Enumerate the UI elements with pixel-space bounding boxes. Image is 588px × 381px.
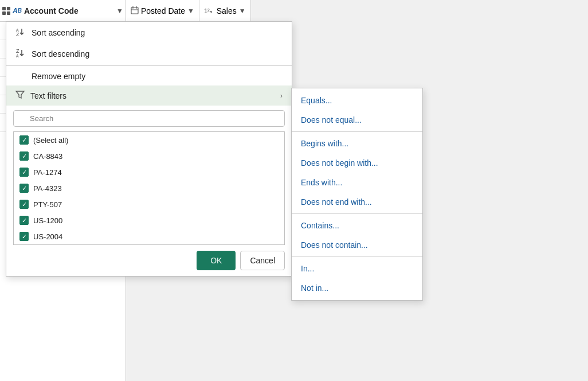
submenu-sep-3 [292, 256, 422, 257]
checkbox-pa-1274[interactable]: ✓ PA-1274 [14, 164, 284, 180]
svg-rect-4 [131, 7, 138, 14]
remove-empty-item[interactable]: Remove empty [6, 67, 292, 85]
submenu-arrow: › [280, 92, 283, 100]
menu-footer: OK Cancel [6, 245, 292, 276]
checkbox-pty-507[interactable]: ✓ PTY-507 [14, 196, 284, 212]
checkbox-us-2004[interactable]: ✓ US-2004 [14, 228, 284, 244]
dropdown-menu: A Z Sort ascending Z A Sort descending R… [6, 21, 292, 277]
checkbox-select-all[interactable]: ✓ (Select all) [14, 132, 284, 148]
checkbox-select-all-label: (Select all) [33, 136, 68, 145]
extra-headers: Posted Date ▼ 1²₃ Sales ▼ [126, 0, 251, 22]
checkbox-us-1200-cb: ✓ [19, 216, 29, 225]
account-code-header[interactable]: AB Account Code ▼ [0, 0, 126, 22]
submenu-does-not-end-with[interactable]: Does not end with... [292, 192, 422, 212]
checkbox-pa-4323[interactable]: ✓ PA-4323 [14, 180, 284, 196]
submenu-equals[interactable]: Equals... [292, 91, 422, 110]
svg-rect-1 [7, 7, 10, 10]
submenu-does-not-equal[interactable]: Does not equal... [292, 110, 422, 130]
filter-icon [15, 90, 25, 101]
submenu-ends-with[interactable]: Ends with... [292, 173, 422, 192]
search-box-wrap: 🔍 [6, 106, 292, 131]
search-wrap: 🔍 [13, 110, 285, 127]
sort-descending-item[interactable]: Z A Sort descending [6, 43, 292, 64]
text-type-icon: AB [13, 7, 22, 15]
text-filters-submenu: Equals... Does not equal... Begins with.… [291, 88, 423, 301]
submenu-sep-2 [292, 213, 422, 214]
checkbox-pty-507-cb: ✓ [19, 200, 29, 209]
remove-empty-label: Remove empty [32, 72, 283, 81]
sort-ascending-label: Sort ascending [32, 28, 283, 37]
submenu-contains[interactable]: Contains... [292, 216, 422, 235]
svg-rect-2 [2, 11, 6, 15]
submenu-does-not-contain[interactable]: Does not contain... [292, 235, 422, 255]
sort-ascending-icon: A Z [15, 26, 26, 38]
checkbox-ca-8843-cb: ✓ [19, 151, 29, 161]
posted-date-col-title: Posted Date [141, 6, 185, 15]
submenu-sep-1 [292, 131, 422, 132]
sort-descending-icon: Z A [15, 48, 26, 60]
svg-marker-14 [16, 91, 24, 98]
svg-rect-3 [7, 11, 10, 15]
sales-dropdown-arrow: ▼ [239, 7, 246, 15]
submenu-in[interactable]: In... [292, 259, 422, 278]
checkbox-pa-4323-label: PA-4323 [33, 184, 62, 193]
checkbox-pa-4323-cb: ✓ [19, 184, 29, 193]
checkbox-ca-8843-label: CA-8843 [33, 152, 62, 161]
text-filters-item[interactable]: Text filters › [6, 85, 292, 106]
checkbox-pa-1274-cb: ✓ [19, 168, 29, 177]
checkbox-us-1200-label: US-1200 [33, 216, 62, 225]
cancel-button[interactable]: Cancel [240, 251, 285, 270]
checkbox-pa-1274-label: PA-1274 [33, 168, 62, 177]
checkbox-us-2004-cb: ✓ [19, 232, 29, 241]
checkbox-select-all-cb: ✓ [19, 135, 29, 145]
svg-text:A: A [16, 54, 19, 58]
number-type-icon: 1²₃ [204, 7, 212, 15]
account-code-col-title: Account Code [24, 6, 114, 15]
submenu-does-not-begin-with[interactable]: Does not begin with... [292, 153, 422, 173]
svg-text:Z: Z [16, 48, 19, 54]
checkbox-us-2004-label: US-2004 [33, 232, 62, 241]
text-filters-label: Text filters [30, 91, 275, 100]
submenu-not-in[interactable]: Not in... [292, 278, 422, 298]
checkbox-us-1200[interactable]: ✓ US-1200 [14, 212, 284, 228]
sales-header[interactable]: 1²₃ Sales ▼ [199, 0, 251, 22]
svg-rect-0 [2, 7, 6, 10]
submenu-begins-with[interactable]: Begins with... [292, 134, 422, 153]
checkbox-pty-507-label: PTY-507 [33, 200, 62, 209]
grid-icon [2, 7, 10, 15]
search-input[interactable] [13, 110, 285, 127]
checkbox-ca-8843[interactable]: ✓ CA-8843 [14, 148, 284, 164]
svg-text:Z: Z [16, 32, 19, 37]
sort-ascending-item[interactable]: A Z Sort ascending [6, 22, 292, 43]
ok-button[interactable]: OK [197, 251, 236, 270]
posted-date-header[interactable]: Posted Date ▼ [126, 0, 199, 22]
separator-1 [6, 65, 292, 66]
sales-col-title: Sales [217, 6, 237, 15]
posted-date-dropdown-arrow: ▼ [187, 7, 194, 15]
calendar-icon [131, 6, 139, 16]
sort-descending-label: Sort descending [32, 49, 283, 59]
account-code-dropdown-arrow: ▼ [116, 7, 123, 15]
checkbox-list: ✓ (Select all) ✓ CA-8843 ✓ PA-1274 ✓ PA-… [13, 131, 285, 245]
